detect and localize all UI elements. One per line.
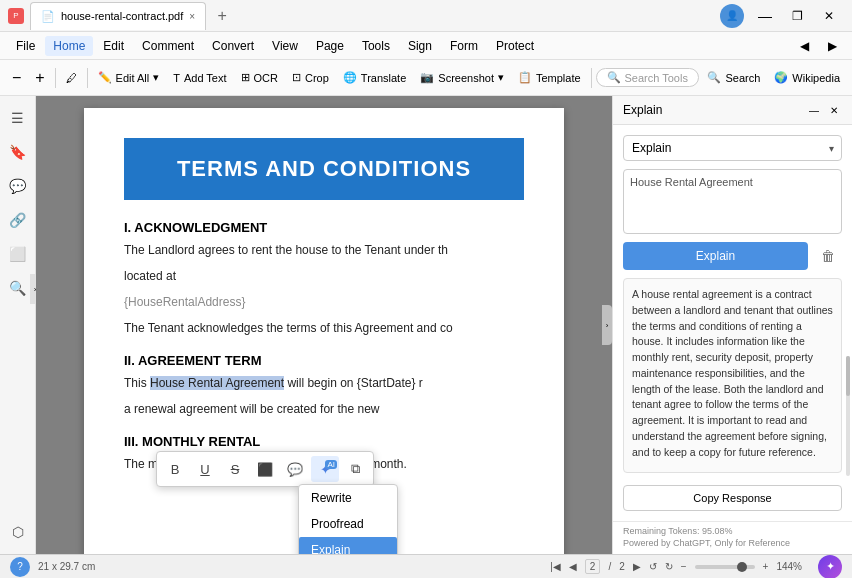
sidebar-icon-bookmark[interactable]: 🔖 [4, 138, 32, 166]
pdf-tab[interactable]: 📄 house-rental-contract.pdf × [30, 2, 206, 30]
search-toolbar-box[interactable]: 🔍 Search Tools [596, 68, 700, 87]
house-rental-address: {HouseRentalAddress} [124, 295, 245, 309]
zoom-in-icon: + [35, 69, 44, 87]
ctx-highlight-button[interactable]: ⬛ [251, 456, 279, 482]
ai-badge: AI [325, 460, 337, 469]
crop-label: Crop [305, 72, 329, 84]
menu-protect[interactable]: Protect [488, 36, 542, 56]
menu-tools[interactable]: Tools [354, 36, 398, 56]
wikipedia-button[interactable]: 🌍 Wikipedia [768, 68, 846, 87]
explain-textarea[interactable]: House Rental Agreement [623, 169, 842, 234]
dropdown-rewrite[interactable]: Rewrite [299, 485, 397, 511]
section1-placeholder: {HouseRentalAddress} [124, 293, 524, 311]
dropdown-proofread[interactable]: Proofread [299, 511, 397, 537]
app-icon: P [8, 8, 24, 24]
powered-by-label: Powered by ChatGPT, Only for Reference [623, 538, 842, 548]
ocr-button[interactable]: ⊞ OCR [235, 68, 284, 87]
screenshot-button[interactable]: 📷 Screenshot ▾ [414, 68, 510, 87]
window-close-button[interactable]: ✕ [814, 4, 844, 28]
menu-view[interactable]: View [264, 36, 306, 56]
rotate-right-icon[interactable]: ↻ [665, 561, 673, 572]
markup-button[interactable]: 🖊 [60, 69, 83, 87]
menu-form[interactable]: Form [442, 36, 486, 56]
sidebar-icon-link[interactable]: 🔗 [4, 206, 32, 234]
window-minimize-button[interactable]: — [750, 4, 780, 28]
ai-status-button[interactable]: ✦ [818, 555, 842, 579]
explain-result-text: A house rental agreement is a contract b… [632, 288, 833, 458]
tab-close-button[interactable]: × [189, 11, 195, 22]
panel-scrollbar[interactable] [846, 356, 850, 476]
context-toolbar: B U S ⬛ 💬 ✦ AI ⧉ [156, 451, 374, 487]
menu-home[interactable]: Home [45, 36, 93, 56]
crop-button[interactable]: ⊡ Crop [286, 68, 335, 87]
panel-footer: Remaining Tokens: 95.08% Powered by Chat… [613, 521, 852, 554]
tab-bar: 📄 house-rental-contract.pdf × + [30, 2, 234, 30]
search-icon: 🔍 [707, 71, 721, 84]
explain-select-wrapper: Explain Summarize Rewrite Proofread ▾ [623, 135, 842, 161]
zoom-slider[interactable] [695, 565, 755, 569]
section1-title: I. ACKNOWLEDGMENT [124, 220, 524, 235]
prev-page-icon[interactable]: ◀ [569, 561, 577, 572]
dropdown-explain[interactable]: Explain [299, 537, 397, 554]
section1-text1: The Landlord agrees to rent the house to… [124, 241, 524, 259]
menu-convert[interactable]: Convert [204, 36, 262, 56]
nav-back-button[interactable]: ◀ [792, 34, 816, 58]
search-button[interactable]: 🔍 Search [701, 68, 766, 87]
ctx-strikethrough-button[interactable]: S [221, 456, 249, 482]
zoom-out-button[interactable]: − [6, 66, 27, 90]
zoom-level: 144% [776, 561, 802, 572]
menu-page[interactable]: Page [308, 36, 352, 56]
trash-button[interactable]: 🗑 [814, 242, 842, 270]
nav-forward-button[interactable]: ▶ [820, 34, 844, 58]
rotate-left-icon[interactable]: ↺ [649, 561, 657, 572]
next-page-icon[interactable]: ▶ [633, 561, 641, 572]
ctx-comment-button[interactable]: 💬 [281, 456, 309, 482]
first-page-icon[interactable]: |◀ [550, 561, 561, 572]
pdf-area[interactable]: TERMS AND CONDITIONS I. ACKNOWLEDGMENT T… [36, 96, 612, 554]
explain-action-row: Explain 🗑 [623, 242, 842, 270]
translate-button[interactable]: 🌐 Translate [337, 68, 412, 87]
menu-edit[interactable]: Edit [95, 36, 132, 56]
copy-response-button[interactable]: Copy Response [623, 485, 842, 511]
total-pages: 2 [619, 561, 625, 572]
right-edge-collapse-button[interactable]: › [602, 305, 612, 345]
zoom-out-status-button[interactable]: − [681, 561, 687, 572]
sidebar-icon-comment[interactable]: 💬 [4, 172, 32, 200]
ctx-bold-button[interactable]: B [161, 456, 189, 482]
crop-icon: ⊡ [292, 71, 301, 84]
explain-select[interactable]: Explain Summarize Rewrite Proofread [623, 135, 842, 161]
add-text-button[interactable]: T Add Text [167, 69, 232, 87]
sidebar-icon-thumbnail[interactable]: ☰ [4, 104, 32, 132]
add-tab-button[interactable]: + [210, 4, 234, 28]
ctx-underline-button[interactable]: U [191, 456, 219, 482]
explain-button[interactable]: Explain [623, 242, 808, 270]
toolbar-separator-2 [87, 68, 88, 88]
ctx-copy-button[interactable]: ⧉ [341, 456, 369, 482]
user-avatar[interactable]: 👤 [720, 4, 744, 28]
menu-file[interactable]: File [8, 36, 43, 56]
window-maximize-button[interactable]: ❐ [782, 4, 812, 28]
template-icon: 📋 [518, 71, 532, 84]
zoom-in-button[interactable]: + [29, 66, 50, 90]
pdf-title: TERMS AND CONDITIONS [124, 138, 524, 200]
section2-text2: a renewal agreement will be created for … [124, 400, 524, 418]
menu-comment[interactable]: Comment [134, 36, 202, 56]
help-button[interactable]: ? [10, 557, 30, 577]
ocr-label: OCR [254, 72, 278, 84]
template-button[interactable]: 📋 Template [512, 68, 587, 87]
zoom-in-status-button[interactable]: + [763, 561, 769, 572]
section2-title: II. AGREEMENT TERM [124, 353, 524, 368]
translate-icon: 🌐 [343, 71, 357, 84]
sidebar-icon-layers[interactable]: ⬜ [4, 240, 32, 268]
page-input[interactable]: 2 [585, 559, 601, 574]
edit-all-button[interactable]: ✏️ Edit All ▾ [92, 68, 166, 87]
section2-text: This House Rental Agreement will begin o… [124, 374, 524, 392]
menu-sign[interactable]: Sign [400, 36, 440, 56]
panel-scrollbar-thumb [846, 356, 850, 396]
ctx-ai-button[interactable]: ✦ AI [311, 456, 339, 482]
sidebar-icon-layers2[interactable]: ⬡ [4, 518, 32, 546]
sidebar-icon-search[interactable]: 🔍 [4, 274, 32, 302]
panel-close-button[interactable]: ✕ [826, 102, 842, 118]
panel-minimize-button[interactable]: — [806, 102, 822, 118]
search-toolbar-icon: 🔍 [607, 71, 621, 84]
